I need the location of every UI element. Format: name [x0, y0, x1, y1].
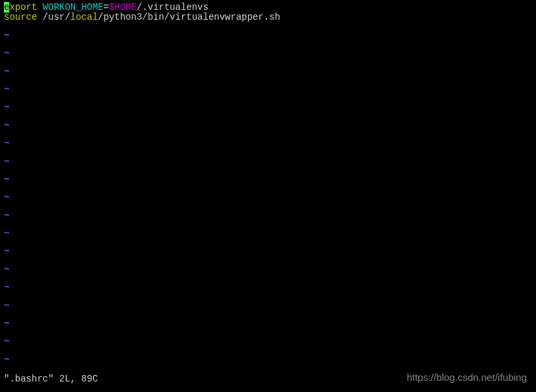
empty-line-tilde: ~ — [4, 265, 532, 275]
empty-line-tilde: ~ — [4, 121, 532, 131]
empty-line-tilde: ~ — [4, 139, 532, 149]
empty-line-tilde: ~ — [4, 247, 532, 257]
empty-line-tilde: ~ — [4, 175, 532, 185]
empty-line-tilde: ~ — [4, 31, 532, 41]
empty-line-tilde: ~ — [4, 337, 532, 347]
empty-line-tilde: ~ — [4, 103, 532, 112]
keyword-source: source — [4, 12, 37, 22]
empty-line-tilde: ~ — [4, 193, 532, 203]
path-text: /.virtualenvs — [137, 2, 208, 12]
watermark-text: https://blog.csdn.net/ifubing — [406, 372, 527, 383]
empty-line-tilde: ~ — [4, 319, 532, 329]
code-line-1: export WORKON_HOME=$HOME/.virtualenvs — [4, 3, 532, 12]
empty-line-tilde: ~ — [4, 67, 532, 77]
code-line-2: source /usr/local/python3/bin/virtualenv… — [4, 12, 532, 22]
empty-line-tilde: ~ — [4, 283, 532, 293]
empty-line-tilde: ~ — [4, 211, 532, 221]
empty-line-tilde: ~ — [4, 49, 532, 59]
path-text: /python3/bin/virtualenvwrapper.sh — [98, 12, 280, 22]
variable-name: WORKON_HOME — [43, 2, 103, 12]
empty-line-tilde: ~ — [4, 355, 532, 365]
empty-line-tilde: ~ — [4, 301, 532, 311]
vim-editor[interactable]: export WORKON_HOME=$HOME/.virtualenvs so… — [0, 0, 536, 387]
empty-line-tilde: ~ — [4, 229, 532, 239]
empty-line-tilde: ~ — [4, 85, 532, 95]
keyword-export: xport — [9, 2, 37, 12]
variable-reference: $HOME — [109, 2, 137, 12]
empty-line-tilde: ~ — [4, 157, 532, 167]
